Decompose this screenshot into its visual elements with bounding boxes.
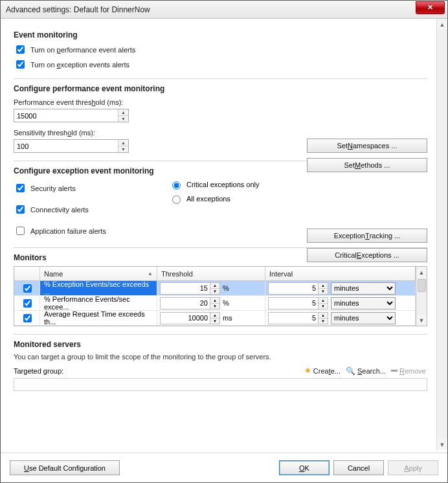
divider [14, 78, 427, 79]
row-checkbox[interactable] [23, 314, 32, 322]
row-interval-cell: ▲▼minutes [265, 296, 416, 310]
interval-input[interactable] [268, 297, 319, 309]
perf-threshold-spinner[interactable]: ▲▼ [14, 109, 129, 122]
spin-down-icon[interactable]: ▼ [118, 146, 128, 152]
spin-up-icon[interactable]: ▲ [319, 313, 328, 319]
dialog-footer: Use Default Configuration OK Cancel Appl… [1, 453, 447, 482]
search-group-button[interactable]: 🔍 Search... [344, 366, 387, 376]
section-event-monitoring: Event monitoring [14, 30, 427, 39]
checkbox-exception-alerts[interactable]: Turn on exception events alerts [14, 58, 427, 71]
threshold-spinner[interactable]: ▲▼ [160, 281, 220, 295]
scroll-down-icon[interactable]: ▼ [416, 315, 427, 326]
row-checkbox[interactable] [23, 284, 32, 293]
perf-threshold-input[interactable] [14, 109, 118, 122]
column-header-name[interactable]: Name▲ [40, 267, 157, 280]
radio-all-exceptions[interactable]: All exceptions [169, 194, 260, 204]
column-header-check[interactable] [14, 267, 40, 280]
checkbox-performance-alerts-input[interactable] [16, 45, 25, 54]
spin-down-icon[interactable]: ▼ [319, 304, 328, 309]
spin-down-icon[interactable]: ▼ [319, 289, 328, 294]
use-default-config-button[interactable]: Use Default Configuration [10, 460, 120, 475]
spin-up-icon[interactable]: ▲ [118, 109, 128, 116]
titlebar: Advanced settings: Default for DinnerNow… [1, 1, 447, 19]
column-header-threshold[interactable]: Threshold [157, 267, 265, 280]
row-name[interactable]: % Performance Events/sec excee... [40, 296, 157, 310]
spin-up-icon[interactable]: ▲ [210, 283, 219, 289]
cancel-button[interactable]: Cancel [333, 460, 384, 475]
critical-exceptions-button[interactable]: Critical Exceptions ... [307, 248, 427, 262]
spin-up-icon[interactable]: ▲ [118, 140, 128, 146]
spin-up-icon[interactable]: ▲ [319, 298, 328, 304]
scroll-down-icon[interactable]: ▼ [437, 439, 447, 450]
spin-down-icon[interactable]: ▼ [210, 319, 219, 324]
set-namespaces-button[interactable]: Set Namespaces ... [307, 139, 427, 153]
perf-button-column: Set Namespaces ... Set Methods ... [307, 139, 427, 172]
radio-critical-only[interactable]: Critical exceptions only [169, 179, 260, 190]
threshold-input[interactable] [160, 282, 210, 295]
interval-input[interactable] [268, 282, 319, 295]
threshold-spinner[interactable]: ▲▼ [160, 296, 220, 310]
interval-spinner[interactable]: ▲▼ [268, 311, 328, 325]
threshold-spinner[interactable]: ▲▼ [160, 311, 220, 325]
monitors-grid[interactable]: Name▲ Threshold Interval % Exception Eve… [14, 266, 416, 326]
scroll-up-icon[interactable]: ▲ [437, 19, 447, 30]
monitors-header-row: Name▲ Threshold Interval [14, 267, 416, 281]
checkbox-exception-alerts-input[interactable] [16, 60, 25, 69]
set-methods-button[interactable]: Set Methods ... [307, 158, 427, 172]
monitors-scrollbar[interactable]: ▲ ▼ [416, 266, 427, 326]
row-checkbox[interactable] [23, 299, 32, 308]
row-interval-cell: ▲▼minutes [265, 311, 416, 325]
spin-up-icon[interactable]: ▲ [210, 298, 219, 304]
sort-asc-icon: ▲ [148, 271, 153, 276]
table-row[interactable]: % Performance Events/sec excee...▲▼%▲▼mi… [14, 296, 416, 311]
checkbox-performance-alerts[interactable]: Turn on performance event alerts [14, 43, 427, 56]
row-checkbox-cell [14, 281, 40, 295]
spin-up-icon[interactable]: ▲ [319, 283, 328, 289]
interval-input[interactable] [268, 312, 319, 324]
ok-button[interactable]: OK [279, 460, 330, 475]
table-row[interactable]: Average Request Time exceeds th...▲▼ms▲▼… [14, 311, 416, 326]
sensitivity-spinner[interactable]: ▲▼ [14, 139, 129, 153]
row-checkbox-cell [14, 311, 40, 325]
checkbox-security-alerts[interactable]: Security alerts [14, 182, 143, 194]
row-name[interactable]: Average Request Time exceeds th... [40, 311, 157, 325]
interval-unit-select[interactable]: minutes [331, 282, 396, 295]
row-name[interactable]: % Exception Events/sec exceeds ... [40, 281, 157, 295]
scroll-up-icon[interactable]: ▲ [416, 267, 427, 278]
interval-spinner[interactable]: ▲▼ [268, 281, 328, 295]
checkbox-appfailure-alerts[interactable]: Application failure alerts [14, 225, 143, 237]
threshold-unit: % [220, 284, 262, 292]
scroll-thumb[interactable] [418, 279, 426, 292]
checkbox-connectivity-alerts[interactable]: Connectivity alerts [14, 203, 143, 216]
close-button[interactable]: ✕ [416, 1, 445, 14]
row-interval-cell: ▲▼minutes [265, 281, 416, 295]
create-group-button[interactable]: ✷ Create... [303, 366, 342, 376]
spin-up-icon[interactable]: ▲ [210, 313, 219, 319]
close-icon: ✕ [427, 3, 433, 12]
interval-spinner[interactable]: ▲▼ [268, 296, 328, 310]
spin-down-icon[interactable]: ▼ [118, 116, 128, 122]
dialog-scrollbar[interactable]: ▲ ▼ [436, 19, 447, 450]
threshold-input[interactable] [160, 297, 210, 309]
exc-button-column: Exception Tracking ... Critical Exceptio… [307, 229, 427, 262]
row-checkbox-cell [14, 296, 40, 310]
monitored-servers-description: You can target a group to limit the scop… [14, 353, 427, 361]
row-threshold-cell: ▲▼% [157, 296, 265, 310]
threshold-input[interactable] [160, 312, 210, 324]
sensitivity-input[interactable] [14, 140, 118, 152]
targeted-group-display [14, 378, 427, 391]
spin-down-icon[interactable]: ▼ [210, 289, 219, 294]
interval-unit-select[interactable]: minutes [331, 312, 396, 324]
row-threshold-cell: ▲▼% [157, 281, 265, 295]
apply-button: Apply [388, 460, 438, 475]
interval-unit-select[interactable]: minutes [331, 297, 396, 309]
exception-tracking-button[interactable]: Exception Tracking ... [307, 229, 427, 243]
advanced-settings-dialog: Advanced settings: Default for DinnerNow… [0, 0, 448, 483]
perf-threshold-label: Performance event threshold (ms): [14, 98, 427, 106]
column-header-interval[interactable]: Interval [265, 267, 416, 280]
spin-down-icon[interactable]: ▼ [319, 319, 328, 324]
section-perf-config: Configure performance event monitoring [14, 84, 427, 93]
table-row[interactable]: % Exception Events/sec exceeds ...▲▼%▲▼m… [14, 281, 416, 296]
spin-down-icon[interactable]: ▼ [210, 304, 219, 309]
star-icon: ✷ [304, 366, 311, 376]
